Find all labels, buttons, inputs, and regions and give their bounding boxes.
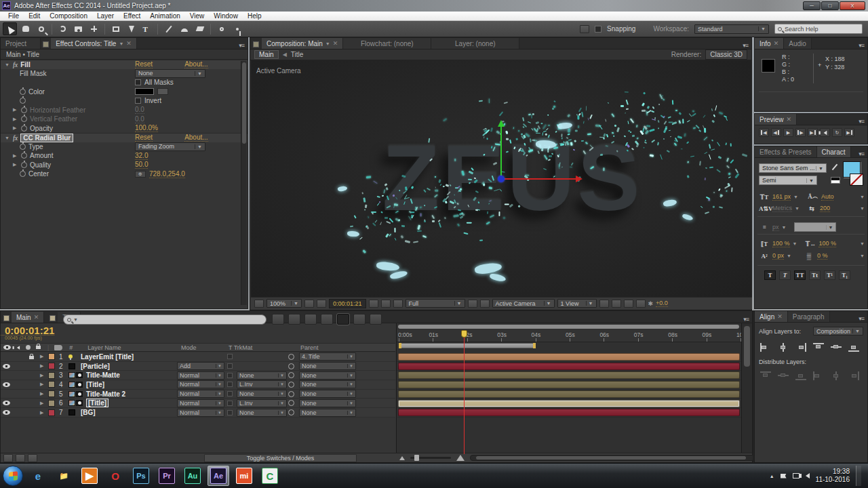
clone-stamp-tool[interactable]: [177, 22, 191, 35]
number-column-header[interactable]: #: [69, 344, 73, 351]
faux-bold-button[interactable]: T: [764, 270, 776, 280]
renderer-button[interactable]: Classic 3D: [705, 49, 747, 60]
blend-mode-dropdown[interactable]: Normal▼: [177, 409, 224, 417]
layer-expander-icon[interactable]: ▶: [40, 373, 45, 378]
eye-toggle[interactable]: [3, 382, 10, 387]
transparency-grid-icon[interactable]: [480, 300, 490, 308]
blend-mode-dropdown[interactable]: Normal▼: [177, 380, 224, 388]
blend-mode-dropdown[interactable]: Normal▼: [177, 371, 224, 380]
target-region-icon[interactable]: [468, 300, 477, 308]
layer-expander-icon[interactable]: ▶: [40, 391, 45, 396]
layer-duration-bar[interactable]: [398, 381, 740, 388]
align-top-button[interactable]: [813, 343, 824, 352]
breadcrumb-main[interactable]: Main: [254, 50, 279, 59]
tab-project[interactable]: Project: [1, 38, 41, 49]
current-time-display[interactable]: 0:00:01:21: [1, 326, 54, 336]
composition-timecode[interactable]: 0:00:01:21: [329, 299, 366, 308]
property-dropdown[interactable]: None▼: [135, 69, 205, 78]
label-column-icon[interactable]: [54, 345, 62, 350]
gizmo-y-axis[interactable]: [500, 126, 502, 179]
align-vcenter-button[interactable]: [831, 343, 842, 352]
timeline-navigator-scrollbar[interactable]: [741, 323, 752, 454]
kerning-value[interactable]: Metrics: [772, 205, 792, 212]
parent-dropdown[interactable]: None▼: [299, 362, 356, 370]
black-white-swatch-icon[interactable]: [831, 177, 840, 184]
reset-link[interactable]: Reset: [135, 134, 153, 142]
zoom-tool[interactable]: [34, 22, 48, 35]
property-value[interactable]: 32.0: [135, 152, 148, 160]
workspace-dropdown[interactable]: Standard▼: [694, 24, 769, 34]
property-checkbox[interactable]: [135, 98, 141, 104]
property-value[interactable]: 100.0%: [135, 124, 158, 132]
panel-menu-icon[interactable]: ▾≡: [855, 150, 867, 157]
layer-row-7[interactable]: ▶7[BG]Normal▼None▼None▼: [1, 408, 395, 418]
parent-dropdown[interactable]: None▼: [299, 399, 356, 407]
layer-expander-icon[interactable]: ▶: [40, 363, 45, 369]
layer-name[interactable]: Title-Matte: [86, 371, 120, 379]
layer-label-color[interactable]: [48, 372, 55, 379]
small-caps-button[interactable]: Tt: [809, 270, 821, 280]
all-caps-button[interactable]: TT: [794, 270, 806, 280]
layer-duration-bar[interactable]: [398, 371, 740, 379]
panel-menu-icon[interactable]: ▾≡: [740, 316, 752, 323]
tsume-value[interactable]: 0 %: [817, 252, 828, 260]
trkmat-checkbox[interactable]: [227, 363, 233, 369]
loop-button[interactable]: ↻: [832, 128, 842, 137]
layer-row-6[interactable]: ▶6[Title]Normal▼L.Inv▼None▼: [1, 399, 395, 409]
effect-controls-scrollbar[interactable]: [241, 61, 247, 305]
effect-header-fill[interactable]: ▼fxFillResetAbout...: [1, 60, 248, 69]
expand-transfer-controls-icon[interactable]: [16, 454, 25, 462]
trkmat-checkbox[interactable]: [227, 401, 233, 406]
leading-value[interactable]: Auto: [821, 193, 834, 201]
align-bottom-button[interactable]: [848, 343, 859, 352]
trkmat-checkbox[interactable]: [227, 382, 233, 387]
menu-edit[interactable]: Edit: [24, 12, 45, 21]
search-help-input[interactable]: Search Help: [774, 24, 863, 34]
next-frame-button[interactable]: ▶: [795, 128, 806, 137]
align-left-button[interactable]: [760, 343, 771, 352]
view-options-icons[interactable]: [580, 25, 589, 33]
property-value[interactable]: 0.0: [135, 106, 144, 114]
parent-dropdown[interactable]: 4. Title▼: [299, 352, 356, 361]
layer-label-color[interactable]: [48, 409, 55, 416]
layer-duration-bar[interactable]: [398, 409, 740, 416]
gizmo-anchor[interactable]: [498, 176, 505, 182]
leading-dropdown-arrow[interactable]: ▼: [860, 195, 865, 199]
close-button[interactable]: X: [840, 1, 865, 10]
start-button[interactable]: [3, 466, 23, 486]
property-value[interactable]: 728.0,254.0: [149, 170, 185, 178]
taskbar-media-player[interactable]: ▶: [79, 466, 100, 486]
tray-expand-icon[interactable]: ▲: [770, 474, 774, 479]
timeline-horizontal-scrollbar[interactable]: [470, 455, 755, 461]
panel-menu-icon[interactable]: ▾≡: [855, 118, 867, 125]
panel-menu-icon[interactable]: ▾≡: [235, 42, 248, 49]
composition-mini-flowchart-icon[interactable]: [272, 314, 284, 325]
camera-view-dropdown[interactable]: Active Camera▼: [492, 299, 555, 308]
kerning-dropdown-arrow[interactable]: ▼: [795, 206, 800, 211]
solo-column-icon[interactable]: [26, 345, 31, 350]
stopwatch-icon[interactable]: [20, 98, 26, 104]
parent-pickwhip-icon[interactable]: [288, 354, 294, 360]
show-snapshot-icon[interactable]: [381, 300, 391, 308]
trkmat-checkbox[interactable]: [227, 391, 233, 396]
always-preview-icon[interactable]: [254, 300, 264, 308]
pixel-aspect-icon[interactable]: [599, 300, 609, 308]
expand-layer-switches-icon[interactable]: [3, 454, 13, 462]
layer-duration-bar[interactable]: [398, 400, 740, 407]
zoom-out-icon[interactable]: [399, 456, 405, 460]
orbit-tool[interactable]: [56, 22, 70, 35]
stopwatch-icon[interactable]: [21, 152, 27, 159]
hide-shy-layers-icon[interactable]: [304, 314, 317, 325]
expander-icon[interactable]: ▶: [13, 162, 18, 167]
layer-expander-icon[interactable]: ▶: [40, 382, 45, 387]
trkmat-dropdown[interactable]: None▼: [237, 409, 287, 417]
layer-duration-bar[interactable]: [398, 390, 740, 398]
blend-mode-dropdown[interactable]: Normal▼: [177, 399, 224, 407]
type-tool[interactable]: T: [140, 22, 154, 35]
menu-composition[interactable]: Composition: [45, 12, 92, 21]
motion-blur-icon[interactable]: [337, 314, 349, 325]
stopwatch-icon[interactable]: [21, 162, 27, 168]
menu-view[interactable]: View: [185, 12, 210, 21]
hand-tool[interactable]: [18, 22, 33, 35]
view-layout-dropdown[interactable]: 1 View▼: [557, 299, 597, 308]
